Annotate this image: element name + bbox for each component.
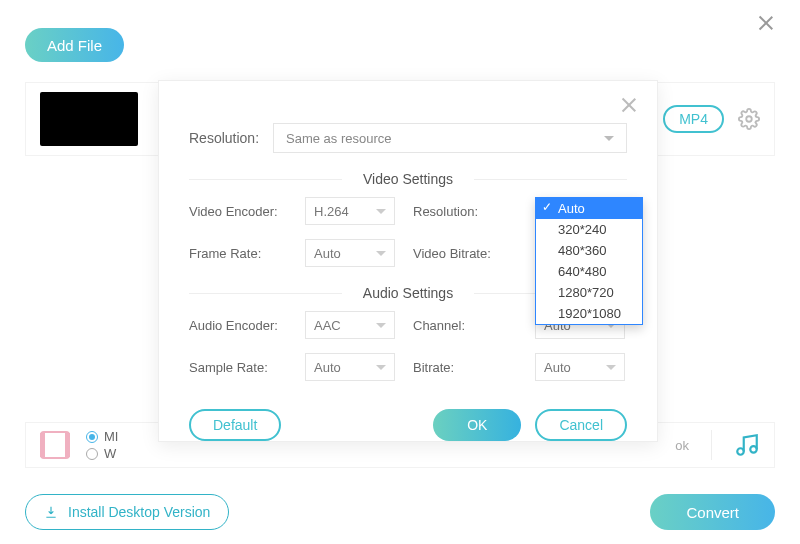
sample-rate-select[interactable]: Auto <box>305 353 395 381</box>
bitrate-select[interactable]: Auto <box>535 353 625 381</box>
resolution-option[interactable]: 480*360 <box>536 240 642 261</box>
video-bitrate-label: Video Bitrate: <box>413 246 517 261</box>
convert-button[interactable]: Convert <box>650 494 775 530</box>
frame-rate-label: Frame Rate: <box>189 246 287 261</box>
chevron-down-icon <box>376 323 386 328</box>
channel-label: Channel: <box>413 318 517 333</box>
video-encoder-label: Video Encoder: <box>189 204 287 219</box>
resolution-dropdown[interactable]: Auto320*240480*360640*4801280*7201920*10… <box>535 197 643 325</box>
video-encoder-select[interactable]: H.264 <box>305 197 395 225</box>
chevron-down-icon <box>376 365 386 370</box>
radio-icon <box>86 448 98 460</box>
film-icon <box>40 431 70 459</box>
sample-rate-label: Sample Rate: <box>189 360 287 375</box>
settings-dialog: Resolution: Same as resource Video Setti… <box>158 80 658 442</box>
svg-point-2 <box>750 446 757 453</box>
download-icon <box>44 505 58 519</box>
install-desktop-label: Install Desktop Version <box>68 504 210 520</box>
window-close-icon[interactable] <box>756 14 774 32</box>
svg-point-0 <box>746 116 752 122</box>
radio-label: MI <box>104 429 118 444</box>
vertical-divider <box>711 430 712 460</box>
chevron-down-icon <box>376 251 386 256</box>
bitrate-value: Auto <box>544 360 571 375</box>
top-resolution-label: Resolution: <box>189 130 259 146</box>
chevron-down-icon <box>604 136 614 141</box>
chevron-down-icon <box>376 209 386 214</box>
resolution-option[interactable]: 320*240 <box>536 219 642 240</box>
chevron-down-icon <box>606 365 616 370</box>
resolution-option[interactable]: 1920*1080 <box>536 303 642 324</box>
gear-icon[interactable] <box>738 108 760 130</box>
format-radio-1[interactable]: MI <box>86 429 118 444</box>
radio-icon <box>86 431 98 443</box>
sample-rate-value: Auto <box>314 360 341 375</box>
audio-encoder-select[interactable]: AAC <box>305 311 395 339</box>
format-pill-mp4[interactable]: MP4 <box>663 105 724 133</box>
install-desktop-button[interactable]: Install Desktop Version <box>25 494 229 530</box>
frame-rate-value: Auto <box>314 246 341 261</box>
ok-button[interactable]: OK <box>433 409 521 441</box>
resolution-select[interactable]: Auto Auto320*240480*360640*4801280*72019… <box>535 197 625 225</box>
bitrate-label: Bitrate: <box>413 360 517 375</box>
resolution-option[interactable]: 640*480 <box>536 261 642 282</box>
audio-encoder-value: AAC <box>314 318 341 333</box>
resolution-option[interactable]: Auto <box>536 198 642 219</box>
svg-point-1 <box>737 448 744 455</box>
resolution-option[interactable]: 1280*720 <box>536 282 642 303</box>
video-settings-header: Video Settings <box>189 171 627 187</box>
frame-rate-select[interactable]: Auto <box>305 239 395 267</box>
video-encoder-value: H.264 <box>314 204 349 219</box>
cancel-button[interactable]: Cancel <box>535 409 627 441</box>
audio-encoder-label: Audio Encoder: <box>189 318 287 333</box>
strip-right-text: ok <box>675 438 689 453</box>
add-file-button[interactable]: Add File <box>25 28 124 62</box>
resolution-label: Resolution: <box>413 204 517 219</box>
default-button[interactable]: Default <box>189 409 281 441</box>
dialog-close-icon[interactable] <box>621 97 637 113</box>
format-radio-2[interactable]: W <box>86 446 118 461</box>
radio-label: W <box>104 446 116 461</box>
top-resolution-value: Same as resource <box>286 131 392 146</box>
music-icon[interactable] <box>734 432 760 458</box>
top-resolution-select[interactable]: Same as resource <box>273 123 627 153</box>
video-thumbnail <box>40 92 138 146</box>
